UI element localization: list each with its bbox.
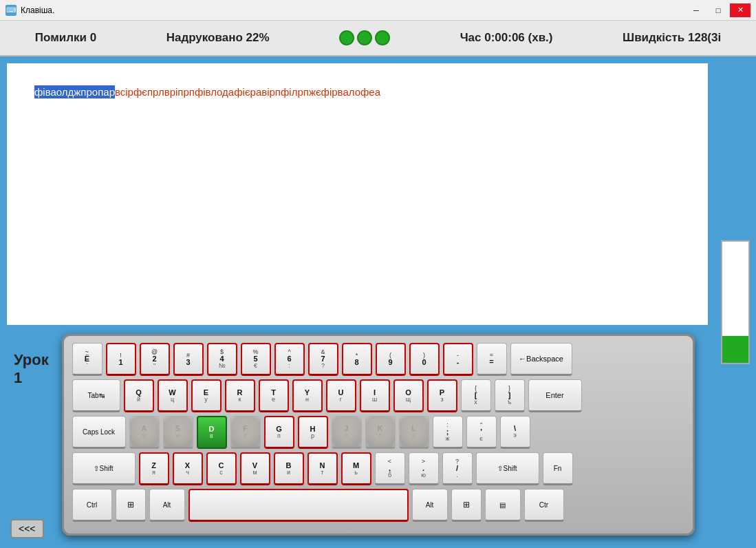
key-tilde[interactable]: ~ Ё ` — [72, 343, 102, 376]
key-left-shift[interactable]: ⇧Shift — [72, 452, 136, 485]
title-bar: ⌨ Клавіша. ─ □ ✕ — [0, 0, 756, 21]
key-w[interactable]: W ц — [158, 379, 188, 412]
green-dot-2 — [357, 30, 372, 45]
zxcv-row: ⇧Shift Z я X ч C с — [72, 452, 684, 485]
keyboard-container: Урок1 ~ Ё ` ! 1 — [7, 330, 708, 545]
key-j[interactable]: J о — [332, 416, 362, 449]
key-comma[interactable]: < , б — [375, 452, 405, 485]
remaining-text: всірфєпрлвріпрпфівлодафієравірпфілрпжєфі… — [115, 86, 380, 98]
key-l[interactable]: L д — [399, 416, 429, 449]
key-m[interactable]: M ь — [341, 452, 371, 485]
key-right-alt[interactable]: Alt — [412, 489, 448, 522]
errors-stat: Помилки 0 — [35, 31, 96, 45]
key-left-alt[interactable]: Alt — [149, 489, 185, 522]
progress-bar — [721, 240, 750, 364]
key-enter[interactable]: Enter — [528, 379, 582, 412]
key-0[interactable]: ) 0 — [409, 343, 440, 376]
key-equals[interactable]: = = — [477, 343, 507, 376]
key-right-win[interactable]: ⊞ — [451, 489, 482, 522]
key-5[interactable]: % 5 € — [241, 343, 271, 376]
app-title: Клавіша. — [21, 6, 54, 15]
key-s[interactable]: S ы — [163, 416, 193, 449]
key-backspace[interactable]: ←Backspace — [510, 343, 572, 376]
typed-text: фіваолджпропар — [34, 85, 115, 98]
text-line: фіваолджпропарвсірфєпрлвріпрпфівлодафієр… — [34, 84, 680, 101]
key-backslash[interactable]: \ э — [500, 416, 530, 449]
key-fn[interactable]: Fn — [543, 452, 573, 485]
asdf-row: Caps Lock A ф S ы D — [72, 416, 684, 449]
qwerty-row: Tab↹ Q й W ц E у — [72, 379, 684, 412]
key-9[interactable]: ( 9 — [376, 343, 406, 376]
key-f[interactable]: F а — [230, 416, 261, 449]
key-d[interactable]: D в — [197, 416, 227, 449]
text-document: фіваолджпропарвсірфєпрлвріпрпфівлодафієр… — [7, 63, 708, 325]
key-i[interactable]: I ш — [360, 379, 390, 412]
key-tab[interactable]: Tab↹ — [72, 379, 120, 412]
key-rbracket[interactable]: } ] ъ — [495, 379, 525, 412]
key-p[interactable]: P з — [427, 379, 457, 412]
stats-bar: Помилки 0 Надруковано 22% Час 0:00:06 (х… — [0, 21, 756, 56]
key-n[interactable]: N т — [307, 452, 338, 485]
key-6[interactable]: ^ 6 : — [274, 343, 305, 376]
key-q[interactable]: Q й — [124, 379, 154, 412]
bottom-row: Ctrl ⊞ Alt Alt — [72, 489, 684, 522]
title-bar-left: ⌨ Клавіша. — [6, 5, 54, 16]
key-u[interactable]: U г — [326, 379, 356, 412]
progress-dots — [339, 30, 390, 45]
key-a[interactable]: A ф — [129, 416, 160, 449]
key-t[interactable]: T е — [259, 379, 289, 412]
nav-back-button[interactable]: <<< — [10, 519, 44, 538]
close-button[interactable]: ✕ — [730, 3, 750, 17]
key-right-shift[interactable]: ⇧Shift — [476, 452, 539, 485]
key-r[interactable]: R к — [225, 379, 255, 412]
key-x[interactable]: X ч — [173, 452, 203, 485]
key-e[interactable]: E у — [191, 379, 222, 412]
key-y[interactable]: Y н — [292, 379, 323, 412]
maximize-button[interactable]: □ — [708, 3, 728, 17]
key-o[interactable]: O щ — [393, 379, 424, 412]
green-dot-1 — [339, 30, 354, 45]
key-g[interactable]: G п — [264, 416, 294, 449]
left-side: фіваолджпропарвсірфєпрлвріпрпфівлодафієр… — [0, 56, 715, 548]
printed-stat: Надруковано 22% — [166, 31, 270, 45]
key-h[interactable]: H р — [298, 416, 328, 449]
key-7[interactable]: & 7 ? — [308, 343, 338, 376]
key-caps-lock[interactable]: Caps Lock — [72, 416, 126, 449]
key-left-win[interactable]: ⊞ — [116, 489, 146, 522]
key-quote[interactable]: " ' є — [466, 416, 497, 449]
time-stat: Час 0:00:06 (хв.) — [460, 31, 553, 45]
key-8[interactable]: * 8 — [342, 343, 372, 376]
app-icon: ⌨ — [6, 5, 17, 16]
title-controls[interactable]: ─ □ ✕ — [686, 3, 750, 17]
key-b[interactable]: B и — [274, 452, 304, 485]
progress-fill — [722, 336, 748, 363]
keyboard-wrapper: ~ Ё ` ! 1 @ 2 " — [62, 334, 695, 537]
key-slash[interactable]: ? / . — [442, 452, 473, 485]
key-period[interactable]: > . ю — [409, 452, 439, 485]
key-1[interactable]: ! 1 — [106, 343, 136, 376]
green-dot-3 — [375, 30, 390, 45]
printed-label: Надруковано 22% — [166, 31, 270, 45]
key-k[interactable]: K л — [365, 416, 396, 449]
right-panel — [715, 56, 756, 548]
key-lbracket[interactable]: { [ х — [461, 379, 491, 412]
key-left-ctrl[interactable]: Ctrl — [72, 489, 112, 522]
key-v[interactable]: V м — [240, 452, 270, 485]
green-dots-container — [339, 30, 390, 45]
key-minus[interactable]: - - — [443, 343, 473, 376]
key-3[interactable]: # 3 — [173, 343, 204, 376]
key-c[interactable]: C с — [206, 452, 237, 485]
key-z[interactable]: Z я — [139, 452, 169, 485]
minimize-button[interactable]: ─ — [686, 3, 706, 17]
key-2[interactable]: @ 2 " — [140, 343, 170, 376]
key-menu[interactable]: ▤ — [485, 489, 521, 522]
speed-label: Швидкість 128(3і — [623, 31, 721, 45]
lesson-label: Урок1 — [14, 351, 49, 387]
main-area: фіваолджпропарвсірфєпрлвріпрпфівлодафієр… — [0, 56, 756, 548]
key-semicolon[interactable]: : ; ж — [433, 416, 463, 449]
speed-stat: Швидкість 128(3і — [623, 31, 721, 45]
key-4[interactable]: $ 4 № — [207, 343, 237, 376]
time-label: Час 0:00:06 (хв.) — [460, 31, 553, 45]
key-right-ctrl[interactable]: Ctr — [524, 489, 564, 522]
key-space[interactable] — [188, 489, 409, 522]
